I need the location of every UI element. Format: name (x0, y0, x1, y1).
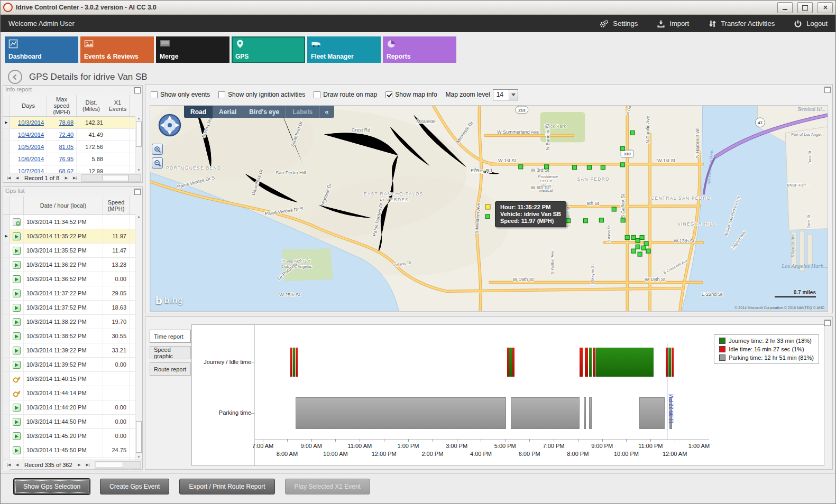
gps-list-row[interactable]: 10/3/2014 11:35:52 PM 11.47 (3, 244, 142, 258)
scroll-up-icon[interactable]: ▲ (135, 115, 142, 121)
info-report-vscrollbar[interactable]: ▲ ▼ (135, 115, 142, 173)
gps-list-row[interactable]: 10/3/2014 11:37:52 PM 18.63 (3, 301, 142, 315)
prev-record-button[interactable]: ◀ (13, 174, 21, 182)
gps-list-row[interactable]: 10/3/2014 11:39:52 PM 0.00 (3, 358, 142, 372)
panel-maximize-icon[interactable] (134, 87, 141, 94)
max-speed-link[interactable]: 76.95 (59, 156, 74, 162)
map-zoom-in-button[interactable] (152, 144, 163, 155)
create-gps-event-button[interactable]: Create Gps Event (100, 479, 169, 494)
export-print-route-report-button[interactable]: Export / Print Route Report (179, 479, 274, 494)
play-selected-x1-event-button[interactable]: Play Selected X1 Event (285, 479, 370, 494)
day-link[interactable]: 10/5/2014 (18, 144, 44, 150)
scrollbar-thumb[interactable] (103, 175, 128, 181)
gps-list-row[interactable]: 10/3/2014 11:36:52 PM 0.00 (3, 272, 142, 286)
checkbox-icon[interactable] (314, 91, 320, 98)
max-speed-link[interactable]: 78.68 (59, 119, 74, 126)
tab-fleet-manager[interactable]: Fleet Manager (307, 36, 381, 63)
gps-list-row[interactable]: 10/3/2014 11:45:20 PM 0.00 (3, 429, 142, 443)
chart-maximize-icon[interactable] (824, 320, 831, 326)
maximize-button[interactable] (797, 2, 813, 13)
day-link[interactable]: 10/6/2014 (18, 156, 44, 162)
max-speed-link[interactable]: 81.05 (59, 144, 74, 150)
map-zoom-select[interactable]: 14 (493, 89, 518, 100)
checkbox-icon[interactable] (151, 91, 158, 98)
panel-maximize-icon[interactable] (134, 189, 141, 195)
day-link[interactable]: 10/3/2014 (18, 119, 44, 126)
max-speed-link[interactable]: 72.40 (59, 132, 74, 138)
map-area[interactable]: 110 213 47 Miraleste Peck Park W Summerl… (150, 105, 828, 312)
gps-list-row[interactable]: 10/3/2014 11:36:22 PM 13.28 (3, 258, 142, 272)
gps-list-row[interactable]: 10/3/2014 11:38:52 PM 30.55 (3, 329, 142, 343)
dropdown-arrow-icon[interactable] (509, 90, 518, 100)
next-record-button[interactable]: ▶ (62, 174, 70, 182)
gps-list-vscrollbar[interactable]: ▲ ▼ (135, 213, 142, 460)
day-link[interactable]: 10/4/2014 (18, 132, 44, 138)
map-zoom-out-button[interactable] (152, 157, 163, 169)
scrollbar-thumb[interactable] (96, 462, 123, 468)
map-style-aerial[interactable]: Aerial (213, 106, 243, 118)
map-maximize-icon[interactable] (824, 87, 831, 93)
column-header-max-speed[interactable]: Max speed (MPH) (47, 95, 77, 116)
next-record-button[interactable]: ▶ (76, 461, 84, 469)
gps-list-row[interactable]: 10/3/2014 11:44:50 PM 0.00 (3, 415, 142, 429)
checkbox-icon[interactable] (218, 91, 225, 98)
import-menu-item[interactable]: Import (657, 20, 689, 28)
gps-list-row[interactable]: 10/3/2014 11:39:22 PM 33.21 (3, 343, 142, 358)
scroll-up-icon[interactable]: ▲ (135, 213, 142, 219)
logout-menu-item[interactable]: Logout (794, 20, 828, 28)
back-button[interactable] (8, 70, 22, 84)
tab-speed-graphic[interactable]: Speed graphic (150, 346, 191, 359)
column-header-days[interactable]: Days (10, 95, 47, 116)
show-map-info-checkbox[interactable]: Show map info (385, 91, 437, 98)
show-only-ignition-checkbox[interactable]: Show only ignition activities (218, 91, 305, 98)
tab-route-report[interactable]: Route report (150, 362, 191, 376)
info-report-row[interactable]: 10/3/2014 78.68 142.31 (3, 117, 142, 129)
gps-list-row[interactable]: 10/3/2014 11:44:14 PM (3, 386, 142, 400)
minimize-button[interactable] (777, 2, 793, 13)
tab-gps[interactable]: GPS (232, 36, 305, 63)
gps-list-row[interactable]: 10/3/2014 11:38:22 PM 19.70 (3, 315, 142, 329)
last-record-button[interactable]: ▶| (71, 174, 79, 182)
scroll-down-icon[interactable]: ▼ (135, 454, 142, 460)
close-button[interactable] (817, 2, 833, 13)
column-header-speed[interactable]: Speed (MPH) (103, 197, 130, 214)
gps-list-row[interactable]: 10/3/2014 11:35:22 PM 11.97 (3, 229, 142, 244)
column-header-x1-events[interactable]: X1 Events (106, 95, 130, 116)
chart-cursor[interactable]: 11:35:22 PM (667, 343, 667, 440)
gps-list-row[interactable]: 10/3/2014 11:45:50 PM 24.75 (3, 443, 142, 458)
column-header-datetime[interactable]: Date / hour (local) (24, 197, 103, 214)
scrollbar-thumb[interactable] (136, 421, 142, 453)
gps-list-row[interactable]: 10/3/2014 11:40:15 PM (3, 372, 142, 386)
prev-record-button[interactable]: ◀ (13, 461, 21, 469)
tab-merge[interactable]: Merge (156, 36, 229, 63)
gps-list-row[interactable]: 10/3/2014 11:37:22 PM 29.05 (3, 286, 142, 301)
info-report-row[interactable]: 10/5/2014 81.05 172.56 (3, 141, 142, 153)
map-style-labels[interactable]: Labels (286, 106, 319, 118)
map-canvas[interactable]: 110 213 47 Miraleste Peck Park W Summerl… (150, 106, 828, 311)
first-record-button[interactable]: |◀ (5, 174, 13, 182)
gps-list-row[interactable]: 10/3/2014 11:44:20 PM 0.00 (3, 400, 142, 415)
column-header-distance[interactable]: Dist. (Miles) (77, 95, 106, 116)
info-report-hscrollbar[interactable] (81, 174, 141, 182)
tab-reports[interactable]: Reports (383, 36, 456, 63)
first-record-button[interactable]: |◀ (5, 461, 13, 469)
selected-gps-marker[interactable] (485, 204, 490, 209)
gps-list-hscrollbar[interactable] (95, 461, 141, 469)
show-only-events-checkbox[interactable]: Show only events (151, 91, 210, 98)
scroll-down-icon[interactable]: ▼ (135, 167, 142, 173)
map-style-road[interactable]: Road (184, 106, 213, 118)
scrollbar-thumb[interactable] (136, 122, 142, 147)
info-report-row[interactable]: 10/4/2014 72.40 41.49 (3, 129, 142, 141)
map-compass-control[interactable] (158, 113, 182, 139)
transfer-activities-menu-item[interactable]: Transfer Activities (708, 20, 775, 28)
info-report-row[interactable]: 10/6/2014 76.95 5.88 (3, 153, 142, 165)
map-style-birds-eye[interactable]: Bird's eye (243, 106, 286, 118)
map-bar-collapse-button[interactable]: « (319, 106, 334, 118)
tab-events-reviews[interactable]: Events & Reviews (80, 36, 154, 63)
settings-menu-item[interactable]: Settings (599, 20, 638, 28)
gps-list-row[interactable]: 10/3/2014 11:34:52 PM (3, 215, 142, 229)
draw-route-checkbox[interactable]: Draw route on map (314, 91, 377, 98)
last-record-button[interactable]: ▶| (84, 461, 92, 469)
show-gps-selection-button[interactable]: Show Gps Selection (14, 479, 90, 494)
tab-time-report[interactable]: Time report (150, 330, 191, 343)
